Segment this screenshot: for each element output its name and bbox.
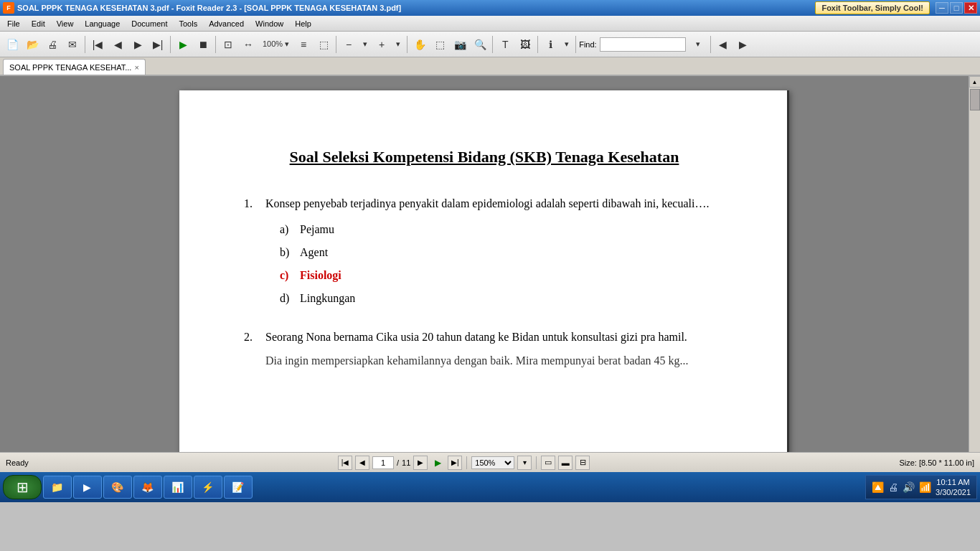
prev-page-button[interactable]: ◀ <box>108 35 127 54</box>
new-button[interactable]: 📄 <box>3 35 22 54</box>
taskbar-app-3[interactable]: 🎨 <box>103 476 132 499</box>
multi-page-view[interactable]: ⊟ <box>575 456 590 470</box>
zoom-in-button[interactable]: + <box>372 35 391 54</box>
email-button[interactable]: ✉ <box>63 35 82 54</box>
status-play-button[interactable]: ▶ <box>430 456 445 470</box>
two-page-view[interactable]: ▬ <box>558 456 573 470</box>
taskbar-right: 🔼 🖨 🔊 📶 10:11 AM 3/30/2021 <box>865 475 977 499</box>
pdf-tab[interactable]: SOAL PPPK TENAGA KESEHAT... × <box>3 59 146 75</box>
search-tool[interactable]: 🔍 <box>471 35 489 54</box>
status-left: Ready <box>6 458 29 467</box>
taskbar-app-6[interactable]: ⚡ <box>194 476 222 499</box>
select-tool[interactable]: ⬚ <box>430 35 449 54</box>
app6-icon: ⚡ <box>200 480 215 494</box>
zoom-dropdown-btn[interactable]: ▾ <box>517 456 532 470</box>
clock-date: 3/30/2021 <box>936 487 971 497</box>
menu-view[interactable]: View <box>51 16 80 31</box>
typewriter-tool[interactable]: T <box>496 35 514 54</box>
taskbar-app-5[interactable]: 📊 <box>164 476 192 499</box>
status-prev-page[interactable]: ◀ <box>355 456 369 470</box>
scroll-up-button[interactable]: ▲ <box>969 76 981 88</box>
status-sep <box>466 456 467 469</box>
prev-result-button[interactable]: ◀ <box>714 35 732 54</box>
taskbar-app-1[interactable]: 📁 <box>43 476 72 499</box>
info-button[interactable]: ℹ <box>541 35 560 54</box>
status-last-page[interactable]: ▶| <box>448 456 462 470</box>
play-button[interactable]: ▶ <box>174 35 192 54</box>
answer-1a-text: Pejamu <box>300 221 334 238</box>
minimize-button[interactable]: ─ <box>936 2 948 14</box>
reflow-button[interactable]: ≡ <box>294 35 313 54</box>
find-input[interactable] <box>600 37 686 52</box>
answer-1a-label: a) <box>280 221 294 238</box>
pdf-page: Soal Seleksi Kompetensi Bidang (SKB) Ten… <box>179 90 789 452</box>
tray-icon-network[interactable]: 📶 <box>919 481 931 493</box>
single-page-view[interactable]: ▭ <box>541 456 555 470</box>
menu-language[interactable]: Language <box>79 16 126 31</box>
page-number-input[interactable] <box>372 456 394 469</box>
app7-icon: 📝 <box>230 480 245 494</box>
q2-partial: Dia ingin mempersiapkan kehamilannya den… <box>265 354 725 367</box>
answer-1a: a) Pejamu <box>280 221 725 238</box>
menu-file[interactable]: File <box>1 16 26 31</box>
fit-width-button[interactable]: ↔ <box>239 35 258 54</box>
maximize-button[interactable]: □ <box>950 2 963 14</box>
hand-tool[interactable]: ✋ <box>410 35 429 54</box>
zoom-select[interactable]: 150% 100% 75% 50% <box>471 456 514 469</box>
stop-button[interactable]: ⏹ <box>194 35 212 54</box>
zoom-in-dropdown2[interactable]: ▾ <box>392 35 404 54</box>
main-area: Soal Seleksi Kompetensi Bidang (SKB) Ten… <box>0 76 980 452</box>
menu-help[interactable]: Help <box>289 16 317 31</box>
sep4 <box>336 36 336 53</box>
status-text: Ready <box>6 458 29 467</box>
next-page-button[interactable]: ▶ <box>128 35 147 54</box>
foxit-toolbar-badge: Foxit Toolbar, Simply Cool! <box>815 1 930 14</box>
taskbar-app-7[interactable]: 📝 <box>224 476 253 499</box>
info-dropdown[interactable]: ▾ <box>561 35 573 54</box>
tray-icon-volume[interactable]: 🔊 <box>903 481 915 493</box>
print-button[interactable]: 🖨 <box>43 35 62 54</box>
pdf-viewer[interactable]: Soal Seleksi Kompetensi Bidang (SKB) Ten… <box>0 76 969 452</box>
find-dropdown[interactable]: ▾ <box>689 35 707 54</box>
next-result-button[interactable]: ▶ <box>734 35 753 54</box>
taskbar-app-2[interactable]: ▶ <box>73 476 102 499</box>
zoom-dropdown[interactable]: 100% ▾ <box>259 35 293 54</box>
windows-icon: ⊞ <box>17 479 29 496</box>
last-page-button[interactable]: ▶| <box>149 35 167 54</box>
answer-1d-text: Lingkungan <box>300 290 355 307</box>
menu-edit[interactable]: Edit <box>26 16 51 31</box>
zoom-in-dropdown[interactable]: ▾ <box>359 35 371 54</box>
sep8 <box>575 36 576 53</box>
menu-document[interactable]: Document <box>126 16 173 31</box>
tab-label: SOAL PPPK TENAGA KESEHAT... <box>9 63 131 72</box>
answer-1b-label: b) <box>280 244 294 261</box>
zoom-out-button[interactable]: − <box>339 35 358 54</box>
scroll-thumb[interactable] <box>970 89 980 110</box>
app-icon: F <box>3 2 14 14</box>
menu-tools[interactable]: Tools <box>173 16 203 31</box>
status-first-page[interactable]: |◀ <box>338 456 352 470</box>
title-bar-buttons: ─ □ ✕ <box>936 2 977 14</box>
tab-close-button[interactable]: × <box>134 63 138 72</box>
status-center: |◀ ◀ / 11 ▶ ▶ ▶| 150% 100% 75% 50% ▾ ▭ ▬… <box>338 456 590 470</box>
start-button[interactable]: ⊞ <box>3 475 42 499</box>
fit-page-button[interactable]: ⊡ <box>219 35 237 54</box>
system-clock[interactable]: 10:11 AM 3/30/2021 <box>936 477 971 498</box>
open-button[interactable]: 📂 <box>23 35 42 54</box>
menu-advanced[interactable]: Advanced <box>203 16 250 31</box>
first-page-button[interactable]: |◀ <box>88 35 107 54</box>
image-button[interactable]: 🖼 <box>516 35 534 54</box>
page-total: 11 <box>402 458 410 467</box>
close-button[interactable]: ✕ <box>964 2 977 14</box>
menu-window[interactable]: Window <box>250 16 289 31</box>
status-right: Size: [8.50 * 11.00 in] <box>899 458 974 467</box>
marquee-button[interactable]: ⬚ <box>314 35 333 54</box>
tray-icon-2: 🖨 <box>888 481 898 493</box>
snapshot-tool[interactable]: 📷 <box>451 35 469 54</box>
title-bar-left: F SOAL PPPK TENAGA KESEHATAN 3.pdf - Fox… <box>3 2 401 14</box>
sep9 <box>710 36 711 53</box>
answer-1d-label: d) <box>280 290 294 307</box>
status-next-page[interactable]: ▶ <box>413 456 428 470</box>
taskbar-app-4[interactable]: 🦊 <box>133 476 162 499</box>
q2-num: 2. <box>244 329 258 346</box>
